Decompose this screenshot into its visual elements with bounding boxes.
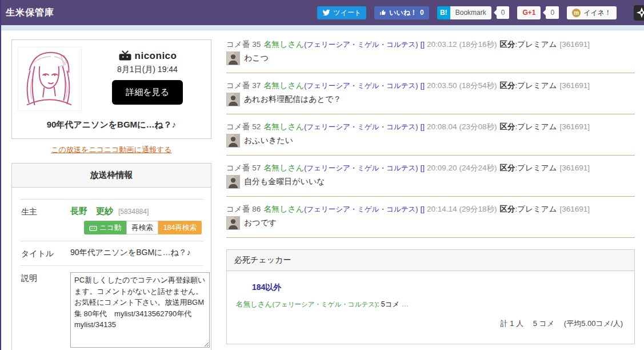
comment-elapsed: (18分16秒) <box>459 40 497 49</box>
broadcast-card-top: niconico 8月1日(月) 19:44 詳細を見る <box>18 47 205 111</box>
category-value: :プレミアム <box>515 164 557 172</box>
mixi-check-button[interactable]: m イイネ！ <box>567 6 617 19</box>
thumbs-up-icon <box>379 9 386 16</box>
comment-time: 20:03.50 <box>427 81 457 90</box>
niconico-logo: niconico <box>118 50 177 62</box>
niconico-tv-icon <box>118 50 132 62</box>
comment-time: 20:03.12 <box>427 40 457 49</box>
broadcast-thumbnail[interactable] <box>18 47 82 111</box>
gplus-button[interactable]: G+1 <box>517 6 541 19</box>
comment-row: コメ番35名無しさん(フェリーシア・ミゲル・コルテス)[]20:03.12(18… <box>226 39 635 73</box>
checker-entry-handle: (フェリーシア・ミゲル・コルテス) <box>272 301 377 308</box>
commenter-name-link[interactable]: 名無しさん <box>263 163 304 172</box>
research-button[interactable]: 再検索 <box>126 221 158 234</box>
category-value: :プレミアム <box>515 40 557 49</box>
commenter-name-link[interactable]: 名無しさん <box>263 81 304 90</box>
commenter-name-link[interactable]: 名無しさん <box>263 39 304 49</box>
commenter-avatar[interactable] <box>226 175 240 189</box>
commenter-handle: (フェリーシア・ミゲル・コルテス) <box>304 164 418 172</box>
comment-meta: コメ番37名無しさん(フェリーシア・ミゲル・コルテス)[]20:03.50(18… <box>226 81 635 91</box>
host-name-link[interactable]: 長野 更紗 <box>70 206 113 216</box>
category-value: :プレミアム <box>515 122 557 131</box>
broadcast-title: 90年代アニソンをBGMに…ね？♪ <box>18 120 205 130</box>
host-label: 生主 <box>21 206 70 234</box>
like-label: いいね！ <box>389 8 417 18</box>
hatena-icon[interactable]: B! <box>437 6 450 19</box>
comment-time: 20:09.20 <box>427 164 457 172</box>
comment-time: 20:08.04 <box>427 122 457 131</box>
comment-body: おつです <box>226 216 635 230</box>
checker-total: 計 1 人 5 コメ (平均5.00コメ/人) <box>236 319 625 329</box>
nico-video-button[interactable]: ニコ動 <box>84 221 126 234</box>
checker-entry-count: : 5コメ <box>377 300 399 308</box>
comment-bracket: [] <box>421 164 425 172</box>
commenter-avatar[interactable] <box>226 93 240 106</box>
tweet-button[interactable]: ツイート <box>317 6 366 19</box>
main-content: niconico 8月1日(月) 19:44 詳細を見る 90年代アニソンをBG… <box>1 30 644 350</box>
page: { "colors": { "header_bg": "#554879", "s… <box>0 0 644 350</box>
comments-column: コメ番35名無しさん(フェリーシア・ミゲル・コルテス)[]20:03.12(18… <box>226 39 635 350</box>
comment-meta: コメ番57名無しさん(フェリーシア・ミゲル・コルテス)[]20:09.20(24… <box>226 163 635 173</box>
mixi-icon: m <box>572 9 581 17</box>
gplus-group: G+1 0 <box>517 6 559 19</box>
comment-number: 35 <box>252 40 261 49</box>
host-row: 生主 長野 更紗 [5834884] <box>20 199 203 241</box>
comment-body: おふいきたい <box>226 134 635 148</box>
shuriken-icon <box>636 7 644 18</box>
commenter-id: [361691] <box>559 164 590 172</box>
comment-elapsed: (18分54秒) <box>459 81 497 90</box>
commenter-avatar[interactable] <box>226 134 240 148</box>
header-bar: 生米保管庫 ツイート いいね！ 0 B! Bookmark 0 G+1 0 m … <box>1 0 644 25</box>
details-button[interactable]: 詳細を見る <box>112 80 183 105</box>
comment-number-label: コメ番 <box>226 81 250 90</box>
hisshi-checker-title: 必死チェッカー <box>227 250 634 271</box>
checker-entry-name-link[interactable]: 名無しさん <box>236 300 272 308</box>
left-column: niconico 8月1日(月) 19:44 詳細を見る 90年代アニソンをBG… <box>11 39 211 350</box>
comment-number: 57 <box>252 164 261 172</box>
comment-text: 自分も金曜日がいいな <box>244 175 325 187</box>
hisshi-checker-panel: 必死チェッカー 184以外 名無しさん(フェリーシア・ミゲル・コルテス): 5コ… <box>226 249 635 344</box>
category-value: :プレミアム <box>515 205 557 213</box>
category-value: :プレミアム <box>515 81 557 90</box>
comment-number-label: コメ番 <box>226 122 250 131</box>
broadcast-card: niconico 8月1日(月) 19:44 詳細を見る 90年代アニソンをBG… <box>11 39 211 139</box>
comment-number: 52 <box>252 122 261 131</box>
broadcast-datetime: 8月1日(月) 19:44 <box>117 65 178 75</box>
description-row: 説明 PC新しくしたのでコテハン再登録願います。コメントがないと話せません。お気… <box>20 265 203 350</box>
commenter-handle: (フェリーシア・ミゲル・コルテス) <box>304 123 418 131</box>
commenter-avatar[interactable] <box>226 51 240 65</box>
comment-body: わこつ <box>226 51 635 65</box>
info-panel-title: 放送枠情報 <box>12 164 211 188</box>
header-substrip <box>1 25 644 30</box>
comment-meta: コメ番86名無しさん(フェリーシア・ミゲル・コルテス)[]20:14.14(29… <box>226 204 635 214</box>
category-label: 区分 <box>500 164 515 172</box>
commenter-avatar[interactable] <box>226 216 240 230</box>
comment-elapsed: (29分18秒) <box>459 205 497 213</box>
category-label: 区分 <box>500 40 515 49</box>
commenter-id: [361691] <box>559 40 590 49</box>
title-label: タイトル <box>21 248 70 259</box>
title-row: タイトル 90年代アニソンをBGMに…ね？♪ <box>20 241 203 265</box>
checker-group-label: 184以外 <box>252 283 625 293</box>
comment-bracket: [] <box>421 81 425 90</box>
comment-text: おふいきたい <box>244 134 293 146</box>
commenter-name-link[interactable]: 名無しさん <box>263 204 304 213</box>
comment-number-label: コメ番 <box>226 164 250 172</box>
facebook-like-button[interactable]: いいね！ 0 <box>374 6 429 19</box>
comment-row: コメ番57名無しさん(フェリーシア・ミゲル・コルテス)[]20:09.20(24… <box>226 163 635 197</box>
description-textarea[interactable]: PC新しくしたのでコテハン再登録願います。コメントがないと話せません。お気軽にコ… <box>70 272 210 348</box>
bookmark-button[interactable]: Bookmark <box>450 6 491 19</box>
hisshi-checker-body: 184以外 名無しさん(フェリーシア・ミゲル・コルテス): 5コメ … 計 1 … <box>227 271 634 344</box>
host-id: [5834884] <box>118 208 149 216</box>
comment-number: 37 <box>252 81 261 90</box>
comment-number-label: コメ番 <box>226 40 250 49</box>
commenter-handle: (フェリーシア・ミゲル・コルテス) <box>304 82 418 90</box>
research-184-button[interactable]: 184再検索 <box>158 221 202 234</box>
comment-row: コメ番37名無しさん(フェリーシア・ミゲル・コルテス)[]20:03.50(18… <box>226 81 635 114</box>
description-label: 説明 <box>21 272 70 349</box>
ninja-counter-button[interactable] <box>634 5 644 21</box>
commenter-name-link[interactable]: 名無しさん <box>263 122 304 131</box>
report-link[interactable]: この放送をニコニコ動画に通報する <box>11 145 211 155</box>
nico-video-label: ニコ動 <box>99 223 121 233</box>
comment-text: おつです <box>244 216 277 228</box>
